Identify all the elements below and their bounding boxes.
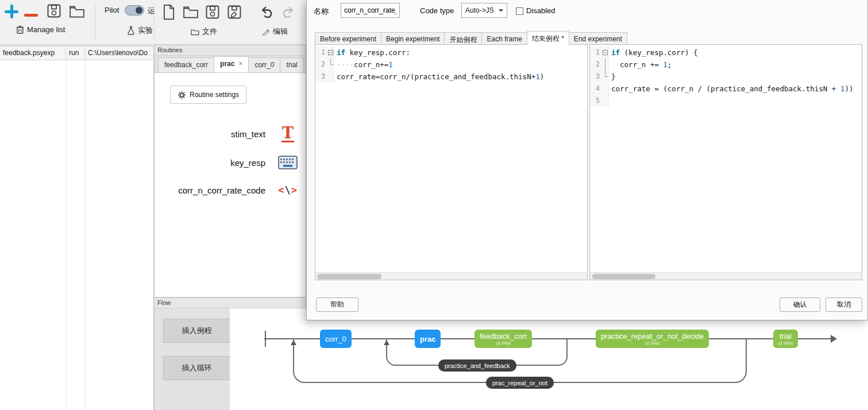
loop-badge-practice_and_feedback[interactable]: practice_and_feedback xyxy=(438,359,516,372)
tab-before-experiment[interactable]: Before experiment xyxy=(315,32,381,45)
code-line: 3} xyxy=(590,71,862,83)
name-input[interactable] xyxy=(341,3,400,18)
component-key_resp[interactable]: key_resp xyxy=(230,156,298,169)
remove-experiment-button[interactable] xyxy=(24,10,38,18)
component-label: stim_text xyxy=(231,129,265,139)
help-button[interactable]: 帮助 xyxy=(316,297,358,312)
flask-icon xyxy=(127,26,135,35)
code-component-icon: <\> xyxy=(278,184,298,196)
fold-margin xyxy=(327,47,334,59)
tab-begin-routine[interactable]: 开始例程 xyxy=(444,32,482,45)
routine-settings-label: Routine settings xyxy=(190,91,239,99)
experiment-run-cell[interactable]: run xyxy=(66,47,85,60)
open-folder-icon xyxy=(183,5,199,19)
pilot-toggle[interactable] xyxy=(125,5,144,16)
code-line: 5 xyxy=(590,95,862,107)
manage-list-icon xyxy=(16,25,24,34)
routine-tab-corr_0[interactable]: corr_0 xyxy=(248,57,280,72)
flow-routine-trial[interactable]: trial(1.00s) xyxy=(773,330,798,348)
fold-collapse-icon[interactable] xyxy=(328,50,333,55)
routine-tab-trial[interactable]: trial xyxy=(280,57,303,72)
code-text: if (key_resp.corr) { xyxy=(609,48,698,57)
save-list-button[interactable] xyxy=(46,3,62,19)
fold-margin xyxy=(327,71,334,83)
name-label: 名称 xyxy=(314,6,329,17)
component-stim_text[interactable]: stim_text T xyxy=(231,126,298,142)
flow-canvas[interactable]: corr_0 prac feedback_corr(1.00s) practic… xyxy=(230,308,868,410)
routine-settings-button[interactable]: Routine settings xyxy=(170,86,246,104)
line-number: 2 xyxy=(590,59,601,71)
line-number: 3 xyxy=(590,71,601,83)
save-as-icon xyxy=(226,4,242,20)
add-experiment-button[interactable] xyxy=(5,5,18,20)
open-experiment-button[interactable] xyxy=(183,5,199,19)
flow-routine-practice_repeat_or_not_decide[interactable]: practice_repeat_or_not_decide(2.00s) xyxy=(596,330,709,348)
flow-routine-corr_0[interactable]: corr_0 xyxy=(320,330,352,348)
run-mode-label: 运 xyxy=(148,6,154,16)
routines-panel-title: Routines xyxy=(155,45,306,56)
flow-panel-title: Flow xyxy=(154,297,306,308)
ok-button[interactable]: 确认 xyxy=(780,297,820,312)
experiment-file-cell[interactable]: feedback.psyexp xyxy=(0,47,66,60)
routine-tab-prac[interactable]: prac × xyxy=(214,56,249,72)
routine-tab-feedback_corr[interactable]: feedback_corr xyxy=(158,57,214,72)
keyboard-component-icon xyxy=(278,156,298,169)
flow-node-label: trial xyxy=(780,332,792,341)
code-line: 1if key_resp.corr: xyxy=(315,47,587,59)
fold-collapse-icon[interactable] xyxy=(603,50,608,55)
undo-icon xyxy=(259,5,275,20)
flow-button-panel: 插入例程 插入循环 xyxy=(154,308,230,410)
python-code-editor[interactable]: 1if key_resp.corr:2····corr_n+=13corr_ra… xyxy=(315,44,588,280)
close-tab-icon[interactable]: × xyxy=(238,60,242,72)
cancel-button[interactable]: 取消 xyxy=(825,297,862,312)
code-type-dropdown[interactable]: Auto->JS xyxy=(461,3,507,18)
fold-margin xyxy=(601,47,609,59)
loop-arrow-icon xyxy=(291,340,296,345)
component-label: corr_n_corr_rate_code xyxy=(178,185,265,195)
insert-routine-button[interactable]: 插入例程 xyxy=(163,319,230,343)
pilot-label: Pilot xyxy=(105,6,119,14)
fold-margin xyxy=(601,95,609,107)
insert-loop-button[interactable]: 插入循环 xyxy=(163,356,230,380)
fold-margin xyxy=(601,59,609,71)
flow-routine-feedback_corr[interactable]: feedback_corr(1.00s) xyxy=(474,330,532,348)
component-corr_n_corr_rate_code[interactable]: corr_n_corr_rate_code <\> xyxy=(178,184,298,196)
scrollbar-thumb[interactable] xyxy=(317,274,381,279)
manage-list-button[interactable]: Manage list xyxy=(16,25,65,34)
small-folder-icon xyxy=(191,28,199,36)
experiment-row[interactable]: feedback.psyexp run C:\Users\lenovo\Do xyxy=(0,47,153,60)
flow-node-duration: (1.00s) xyxy=(496,341,511,346)
open-list-button[interactable] xyxy=(69,5,85,18)
text-component-icon: T xyxy=(281,126,294,142)
code-text: corr_rate = (corr_n / (practice_and_feed… xyxy=(609,84,853,93)
code-component-dialog: 名称 Code type Auto->JS Disabled Before ex… xyxy=(306,0,868,320)
line-number: 3 xyxy=(315,71,327,83)
gear-icon xyxy=(178,91,186,99)
code-line: 4corr_rate = (corr_n / (practice_and_fee… xyxy=(590,83,862,95)
js-code-editor[interactable]: 1if (key_resp.corr) {2 corr_n += 1;3}4co… xyxy=(589,44,862,280)
routine-tabs: feedback_corr prac × corr_0 trial xyxy=(155,56,306,73)
redo-button[interactable] xyxy=(280,5,296,20)
save-as-experiment-button[interactable] xyxy=(226,4,242,20)
tab-end-routine[interactable]: 结束例程 * xyxy=(527,31,569,45)
experiment-path-cell[interactable]: C:\Users\lenovo\Do xyxy=(85,47,153,60)
runner-experiment-list: feedback.psyexp run C:\Users\lenovo\Do xyxy=(0,46,154,410)
flow-routine-prac[interactable]: prac xyxy=(415,330,441,348)
save-experiment-button[interactable] xyxy=(205,4,221,20)
code-text: ····corr_n+=1 xyxy=(334,60,393,69)
loop-badge-prac_repeat_or_not[interactable]: prac_repeat_or_not xyxy=(486,377,554,389)
horizontal-scrollbar xyxy=(590,272,862,280)
disabled-checkbox[interactable] xyxy=(516,7,523,15)
experiment-section-label: 实验 xyxy=(127,25,153,36)
routines-panel: Routines feedback_corr prac × corr_0 tri… xyxy=(154,45,306,297)
column-divider xyxy=(85,60,86,410)
component-label: key_resp xyxy=(230,158,265,168)
tab-begin-experiment[interactable]: Begin experiment xyxy=(381,32,445,45)
tab-each-frame[interactable]: Each frame xyxy=(481,32,527,45)
experiment-label-text: 实验 xyxy=(138,25,153,36)
new-experiment-button[interactable] xyxy=(162,4,176,20)
undo-button[interactable] xyxy=(259,5,275,20)
scrollbar-thumb[interactable] xyxy=(592,274,655,279)
line-number: 4 xyxy=(590,83,601,95)
tab-end-experiment[interactable]: End experiment xyxy=(569,32,627,45)
